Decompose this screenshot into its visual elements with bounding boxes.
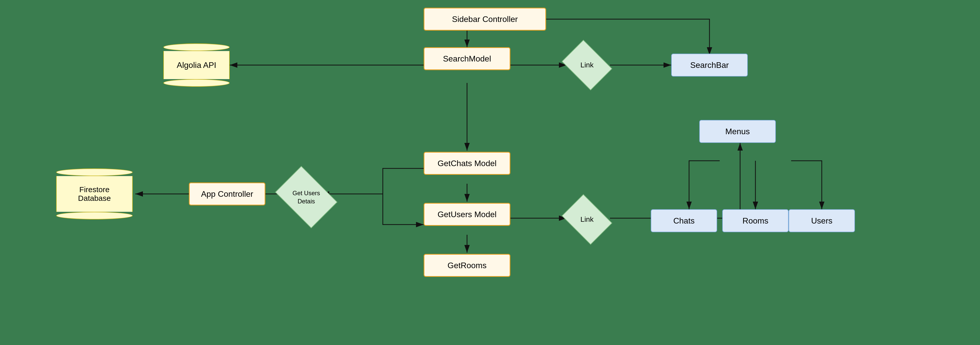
- sidebar-controller-node: Sidebar Controller: [424, 8, 546, 31]
- getusers-model-node: GetUsers Model: [424, 203, 511, 226]
- rooms-node: Rooms: [722, 209, 789, 232]
- search-bar-node: SearchBar: [671, 54, 748, 76]
- users-node: Users: [789, 209, 855, 232]
- getrooms-node: GetRooms: [424, 254, 511, 277]
- link2-node: Link: [562, 194, 612, 245]
- getchats-model-node: GetChats Model: [424, 152, 511, 175]
- menus-node: Menus: [699, 120, 776, 143]
- diagram-container: Sidebar Controller SearchModel Link Sear…: [0, 0, 980, 345]
- link1-node: Link: [562, 40, 612, 90]
- search-model-node: SearchModel: [424, 47, 511, 70]
- firestore-db-node: Firestore Database: [56, 169, 133, 219]
- chats-node: Chats: [651, 209, 717, 232]
- app-controller-node: App Controller: [189, 183, 266, 205]
- get-users-details-node: Get Users Detais: [275, 166, 337, 228]
- algolia-api-node: Algolia API: [163, 43, 230, 87]
